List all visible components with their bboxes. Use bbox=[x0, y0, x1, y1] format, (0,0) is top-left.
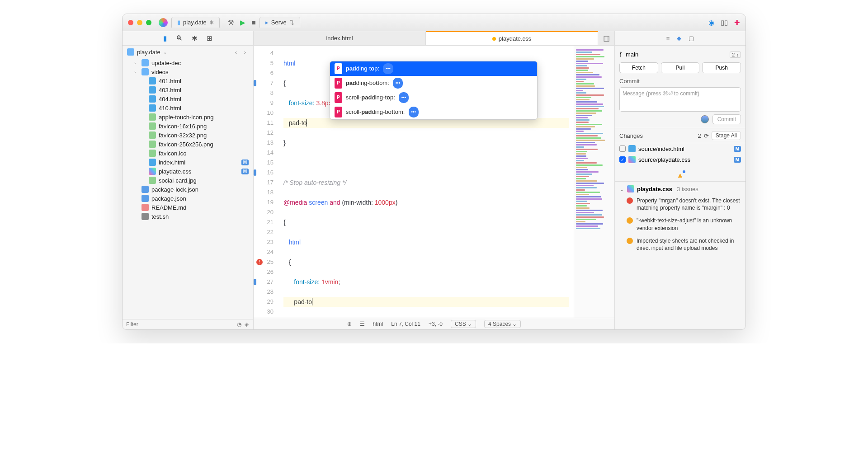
status-language[interactable]: CSS ⌄ bbox=[451, 320, 476, 328]
file-tree[interactable]: ›update-dec›videos401.html403.html404.ht… bbox=[123, 58, 253, 319]
tab-playdate-css[interactable]: playdate.css bbox=[426, 31, 598, 45]
traffic-lights bbox=[128, 20, 151, 25]
code-area[interactable]: html { font-size: 3.8px; pad-to } /* Sto… bbox=[279, 46, 574, 318]
error-icon bbox=[627, 197, 633, 204]
eye-icon[interactable]: ◉ bbox=[708, 19, 714, 27]
stage-all-button[interactable]: Stage All bbox=[712, 131, 741, 140]
tree-item[interactable]: favicon-32x32.png bbox=[123, 131, 253, 140]
autocomplete-item[interactable]: Pscroll-padding-top: ••• bbox=[330, 90, 537, 105]
error-icon[interactable]: ! bbox=[256, 259, 263, 265]
status-indent[interactable]: 4 Spaces ⌄ bbox=[484, 320, 521, 328]
chevron-right-icon: ▸ bbox=[265, 19, 269, 26]
grid-icon[interactable]: ⊞ bbox=[207, 34, 212, 42]
folder-icon[interactable]: ▮ bbox=[163, 34, 167, 42]
branch-selector[interactable]: ᚶ main 2 ↑ bbox=[619, 49, 741, 60]
file-label: package-lock.json bbox=[151, 186, 198, 193]
tree-item[interactable]: ›videos bbox=[123, 67, 253, 76]
minimize-icon[interactable] bbox=[137, 20, 142, 25]
tree-item[interactable]: index.htmlM bbox=[123, 158, 253, 167]
refresh-icon[interactable]: ⟳ bbox=[704, 132, 709, 139]
tree-item[interactable]: social-card.jpg bbox=[123, 176, 253, 185]
filter-input[interactable] bbox=[126, 321, 237, 328]
tree-item[interactable]: 403.html bbox=[123, 85, 253, 94]
tree-item[interactable]: 404.html bbox=[123, 94, 253, 103]
folder-icon bbox=[142, 59, 149, 66]
status-scope[interactable]: html bbox=[373, 321, 383, 327]
close-icon[interactable] bbox=[128, 20, 133, 25]
stop-icon[interactable]: ■ bbox=[252, 19, 256, 26]
modified-badge: M bbox=[241, 160, 249, 165]
html-icon bbox=[149, 95, 156, 103]
titlebar-project-tab[interactable]: ▮ play.date ✱ bbox=[171, 17, 220, 28]
asterisk-icon[interactable]: ✱ bbox=[192, 34, 198, 42]
editor-body[interactable]: 456 7 8910 11121314 1516 171819 20212223… bbox=[254, 46, 614, 318]
checkbox[interactable] bbox=[619, 145, 626, 152]
minimap[interactable] bbox=[574, 46, 614, 318]
nav-chevrons[interactable]: ‹ › bbox=[235, 49, 249, 56]
issues-header[interactable]: ⌄ playdate.css 3 issues bbox=[619, 185, 741, 192]
css-icon bbox=[627, 185, 634, 192]
autocomplete-item[interactable]: Pscroll-padding-bottom: ••• bbox=[330, 105, 537, 119]
breadcrumb-icon[interactable]: ☰ bbox=[360, 321, 365, 327]
checkbox[interactable]: ✓ bbox=[619, 156, 626, 163]
hammer-icon[interactable]: ⚒ bbox=[228, 19, 234, 27]
sidebar-project-header[interactable]: play.date ⌄ ‹ › bbox=[123, 46, 253, 58]
file-label: 403.html bbox=[159, 87, 181, 94]
serve-scheme[interactable]: ▸ Serve ⇅ bbox=[259, 17, 300, 28]
commit-message-input[interactable]: Message (press ⌘⏎ to commit) bbox=[619, 87, 741, 112]
gear-icon[interactable]: ✱ bbox=[209, 19, 214, 26]
issues-indicator[interactable]: ▲ bbox=[615, 165, 745, 181]
issue-item[interactable]: Property "mrgan" doesn't exist. The clos… bbox=[619, 195, 741, 215]
file-label: favicon-16x16.png bbox=[159, 123, 207, 130]
tab-index-html[interactable]: index.html bbox=[254, 31, 426, 45]
align-icon[interactable]: ≡ bbox=[666, 35, 670, 42]
git-icon[interactable]: ◆ bbox=[677, 35, 681, 42]
issue-item[interactable]: Imported style sheets are not checked in… bbox=[619, 235, 741, 255]
tree-item[interactable]: README.md bbox=[123, 203, 253, 212]
tree-item[interactable]: ›update-dec bbox=[123, 58, 253, 67]
change-item[interactable]: ✓source/playdate.cssM bbox=[615, 154, 745, 165]
maximize-icon[interactable] bbox=[146, 20, 151, 25]
autocomplete-popup[interactable]: Ppadding-top: •••Ppadding-bottom: •••Psc… bbox=[330, 61, 538, 120]
tree-item[interactable]: playdate.cssM bbox=[123, 167, 253, 176]
avatar[interactable] bbox=[701, 115, 709, 123]
play-icon[interactable]: ▶ bbox=[240, 19, 245, 27]
tree-item[interactable]: package-lock.json bbox=[123, 185, 253, 194]
push-button[interactable]: Push bbox=[702, 62, 741, 73]
autocomplete-item[interactable]: Ppadding-top: ••• bbox=[330, 61, 537, 76]
png-icon bbox=[149, 141, 156, 148]
pull-button[interactable]: Pull bbox=[661, 62, 700, 73]
tree-item[interactable]: favicon-16x16.png bbox=[123, 122, 253, 131]
plus-icon[interactable]: ✚ bbox=[734, 19, 740, 27]
file-sidebar: ▮ 🔍︎ ✱ ⊞ play.date ⌄ ‹ › ›update-dec›vid… bbox=[123, 31, 254, 329]
filter-icons[interactable]: ◔ ◈ bbox=[237, 321, 250, 328]
tree-item[interactable]: test.sh bbox=[123, 212, 253, 221]
tree-item[interactable]: package.json bbox=[123, 194, 253, 203]
panels-icon[interactable]: ▯▯ bbox=[721, 19, 728, 27]
tree-item[interactable]: 410.html bbox=[123, 103, 253, 113]
change-item[interactable]: source/index.htmlM bbox=[615, 143, 745, 154]
split-view-icon[interactable]: ▥ bbox=[598, 31, 614, 45]
tree-item[interactable]: favicon-256x256.png bbox=[123, 140, 253, 149]
project-root-label: play.date bbox=[137, 49, 160, 56]
tree-item[interactable]: favicon.ico bbox=[123, 149, 253, 158]
png-icon bbox=[149, 177, 156, 184]
autocomplete-item[interactable]: Ppadding-bottom: ••• bbox=[330, 76, 537, 90]
file-label: playdate.css bbox=[159, 168, 191, 175]
fetch-button[interactable]: Fetch bbox=[619, 62, 658, 73]
search-icon[interactable]: 🔍︎ bbox=[176, 34, 183, 42]
issues-file: playdate.css bbox=[637, 186, 672, 192]
terminal-icon[interactable]: ▢ bbox=[689, 35, 694, 42]
html-icon bbox=[628, 145, 636, 152]
issue-item[interactable]: "-webkit-text-size-adjust" is an unknown… bbox=[619, 215, 741, 235]
modified-badge: M bbox=[734, 146, 741, 152]
status-position[interactable]: Ln 7, Col 11 bbox=[391, 321, 420, 327]
file-label: 404.html bbox=[159, 96, 181, 103]
commit-button[interactable]: Commit bbox=[712, 114, 741, 124]
titlebar-right: ◉ ▯▯ ✚ bbox=[708, 19, 740, 27]
tree-item[interactable]: apple-touch-icon.png bbox=[123, 113, 253, 122]
tree-item[interactable]: 401.html bbox=[123, 76, 253, 85]
file-label: favicon.ico bbox=[159, 150, 186, 157]
globe-icon[interactable]: ⊕ bbox=[347, 321, 352, 327]
modified-dot-icon bbox=[492, 37, 496, 41]
